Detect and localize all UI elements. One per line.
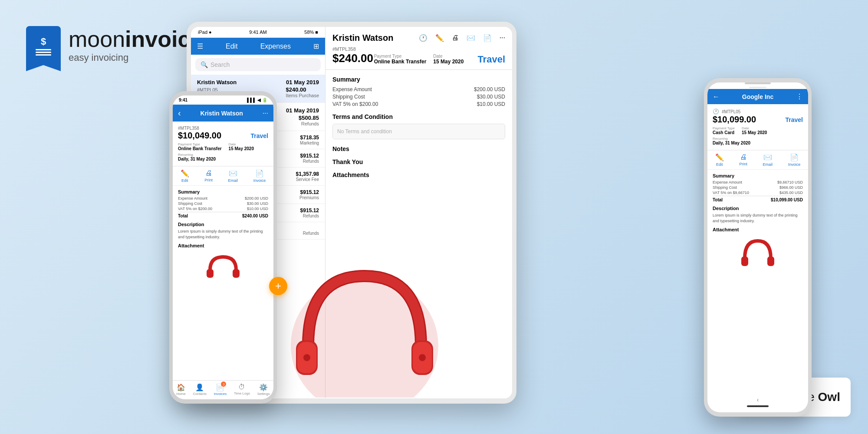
- phone-left-nav: 🏠 Home 👤 Contacts 📄 3 Invoices ⏱ Time Lo…: [173, 380, 273, 399]
- phone-left-header: ‹ Kristin Watson ···: [173, 105, 273, 122]
- phone-left-amount-row: $10,049.00 Travel: [178, 131, 268, 141]
- brand-name: mooninvoice: [69, 28, 203, 50]
- phone-right-print[interactable]: 🖨 Print: [739, 153, 747, 167]
- tablet-header-title: Expenses: [260, 43, 291, 50]
- phone-left-recurring: Recurring Daily, 31 May 2020: [178, 153, 268, 161]
- phone-right-travel: Travel: [786, 116, 803, 123]
- phone-right-actions: ✏️ Edit 🖨 Print ✉️ Email 📄 Invoice: [707, 150, 808, 170]
- phone-right: ← Google Inc ⋮ 🕐 #MTPL05 $10,099.00 Trav…: [704, 78, 812, 417]
- tablet-ref: #MTPL358: [332, 46, 373, 52]
- phone-right-desc: Lorem Ipsum is simply dummy text of the …: [713, 213, 803, 224]
- tablet-thankyou-title: Thank You: [332, 158, 505, 165]
- invoice-icon: 📄: [255, 169, 264, 178]
- print-icon: 🖨: [205, 169, 212, 177]
- search-icon: 🔍: [201, 61, 208, 68]
- phone-left-amount: $10,049.00: [178, 131, 221, 141]
- tablet-email-icon[interactable]: ✉️: [467, 34, 475, 42]
- r-invoice-icon: 📄: [790, 153, 799, 161]
- phone-left-print[interactable]: 🖨 Print: [204, 169, 213, 183]
- phone-left-meta: Payment Type Online Bank Transfer Date 1…: [178, 142, 268, 151]
- tablet-status-bar: iPad ● 9:41 AM 58% ■: [191, 27, 325, 38]
- tablet-notes-title: Notes: [332, 145, 505, 152]
- list-item-amount-0: $240.00: [286, 86, 319, 93]
- tablet-more-icon[interactable]: ···: [500, 34, 505, 42]
- phone-right-amount-row: $10,099.00 Travel: [713, 115, 803, 125]
- email-icon: ✉️: [229, 169, 237, 178]
- r-invoice-label: Invoice: [788, 162, 801, 167]
- print-label: Print: [204, 178, 213, 182]
- logo-dollar-sign: $: [41, 36, 46, 47]
- phone-left-headphone: [178, 253, 268, 280]
- phone-right-invoice[interactable]: 📄 Invoice: [788, 153, 801, 167]
- r-print-icon: 🖨: [740, 153, 747, 161]
- nav-timelogs[interactable]: ⏱ Time Logs: [234, 383, 250, 396]
- phone-left-title: Kristin Watson: [201, 110, 243, 117]
- home-indicator-bar: [747, 405, 769, 407]
- phone-right-body: Summary Expense Amount $9,66710 USD Ship…: [707, 170, 808, 396]
- phone-left-attach-title: Attachment: [178, 243, 268, 248]
- phone-left-more-icon[interactable]: ···: [263, 109, 268, 117]
- search-placeholder: Search: [210, 61, 230, 68]
- svg-rect-0: [207, 269, 214, 278]
- phone-right-amount: $10,099.00: [713, 115, 756, 125]
- tablet-edit-button[interactable]: Edit: [226, 43, 238, 50]
- r-email-icon: ✉️: [763, 153, 772, 161]
- fab-button[interactable]: +: [269, 277, 287, 295]
- phone-left-actions: ✏️ Edit 🖨 Print ✉️ Email 📄 Invoice: [173, 166, 273, 186]
- tablet-search-input[interactable]: 🔍 Search: [195, 58, 321, 71]
- nav-settings[interactable]: ⚙️ Settings: [257, 383, 270, 396]
- timelogs-icon: ⏱: [238, 383, 245, 391]
- tablet-print-icon[interactable]: 🖨: [452, 34, 459, 42]
- phone-right-headphone: [713, 237, 803, 269]
- phone-left: 9:41 ▌▌▌ ◀ 🔋 ‹ Kristin Watson ··· #MTPL3…: [169, 91, 277, 404]
- phone-right-desc-title: Description: [713, 206, 803, 211]
- phone-right-back-icon[interactable]: ←: [713, 93, 720, 101]
- list-item-date-1: 01 May 2019: [286, 107, 319, 114]
- phone-left-summary-title: Summary: [178, 189, 268, 194]
- tablet-search-bar: 🔍 Search: [191, 55, 325, 75]
- phone-right-title: Google Inc: [742, 93, 773, 100]
- logo-icon: $: [26, 26, 61, 65]
- tablet-clock-icon[interactable]: 🕐: [419, 34, 427, 42]
- phone-left-edit[interactable]: ✏️ Edit: [181, 169, 189, 183]
- phone-left-status: 9:41 ▌▌▌ ◀ 🔋: [173, 95, 273, 105]
- home-icon: 🏠: [177, 383, 185, 391]
- phone-right-header: ← Google Inc ⋮: [707, 89, 808, 104]
- tablet-action-icons: 🕐 ✏️ 🖨 ✉️ 📄 ···: [419, 34, 505, 42]
- brand-tagline: easy invoicing: [69, 52, 203, 63]
- phone-right-ref-row: 🕐 #MTPL05: [713, 108, 803, 115]
- phone-left-back-icon[interactable]: ‹: [178, 108, 181, 118]
- tablet-doc-icon[interactable]: 📄: [483, 34, 492, 42]
- phone-right-edit[interactable]: ✏️ Edit: [715, 153, 724, 167]
- tablet-travel-tag: Travel: [477, 54, 505, 65]
- phone-left-signal: ▌▌▌ ◀ 🔋: [247, 98, 267, 102]
- phone-right-attach-title: Attachment: [713, 227, 803, 232]
- tablet-summary-title: Summary: [332, 76, 505, 83]
- nav-invoices[interactable]: 📄 3 Invoices: [214, 383, 227, 396]
- nav-home[interactable]: 🏠 Home: [176, 383, 185, 396]
- phone-right-detail: 🕐 #MTPL05 $10,099.00 Travel Payment Type…: [707, 104, 808, 150]
- phone-right-notch-bar: [745, 82, 771, 84]
- logo-lines: [36, 49, 51, 56]
- phone-right-email[interactable]: ✉️ Email: [763, 153, 773, 167]
- edit-icon: ✏️: [181, 169, 189, 178]
- nav-contacts[interactable]: 👤 Contacts: [193, 383, 207, 396]
- invoice-label: Invoice: [253, 178, 266, 183]
- phone-left-inner: 9:41 ▌▌▌ ◀ 🔋 ‹ Kristin Watson ··· #MTPL3…: [173, 95, 273, 399]
- phone-right-meta: Payment Type Cash Card Date 15 May 2020: [713, 126, 803, 135]
- phone-left-desc: Lorem Ipsum is simply dummy text of the …: [178, 229, 268, 240]
- phone-right-more-icon[interactable]: ⋮: [796, 92, 803, 101]
- logo-text: mooninvoice easy invoicing: [69, 28, 203, 63]
- svg-rect-3: [767, 256, 774, 266]
- phone-left-email[interactable]: ✉️ Email: [228, 169, 238, 183]
- tablet-amount: $240.00: [332, 52, 373, 65]
- tablet-settings-icon[interactable]: ⊞: [313, 42, 319, 50]
- tablet-right-body: Summary Expense Amount $200.00 USD Shipp…: [326, 70, 512, 398]
- tablet-edit-icon[interactable]: ✏️: [435, 34, 444, 42]
- phone-right-summary-title: Summary: [713, 173, 803, 178]
- back-arrow-icon[interactable]: ‹: [757, 396, 759, 403]
- list-item-date-0: 01 May 2019: [286, 79, 319, 85]
- phone-right-recurring: Recurring Daily, 31 May 2020: [713, 137, 803, 145]
- tablet-menu-icon[interactable]: ☰: [197, 42, 203, 50]
- phone-left-invoice[interactable]: 📄 Invoice: [253, 169, 266, 183]
